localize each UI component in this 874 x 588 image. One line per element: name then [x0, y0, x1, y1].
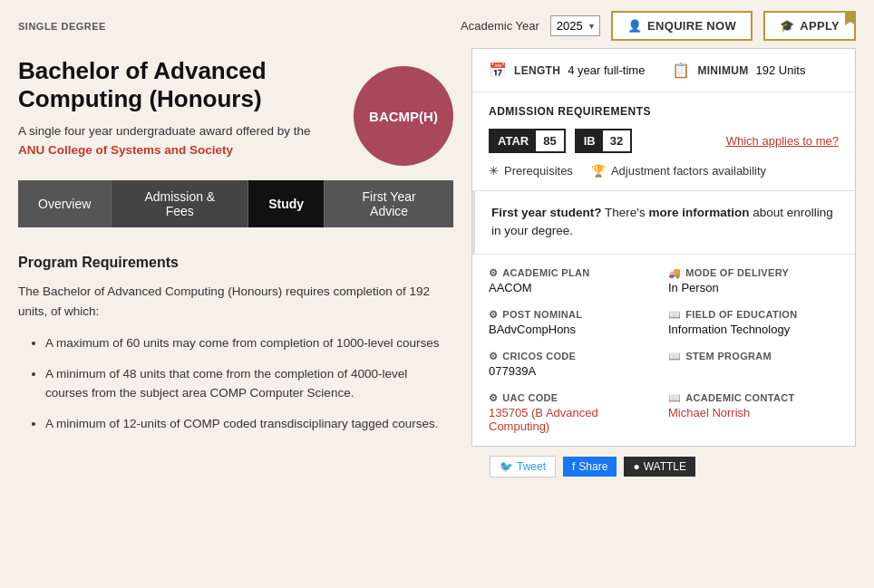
field-education-item: 📖 FIELD OF EDUCATION Information Technol…: [668, 309, 839, 336]
right-panel: 📅 LENGTH 4 year full-time 📋 MINIMUM 192 …: [471, 48, 856, 487]
academic-plan-label: ⚙ ACADEMIC PLAN: [489, 267, 659, 279]
tweet-button[interactable]: 🐦 Tweet: [490, 456, 556, 477]
length-label: LENGTH: [514, 64, 560, 77]
wattle-label: WATTLE: [644, 460, 686, 473]
top-bar-actions: Academic Year 2025 2024 2026 👤 ENQUIRE N…: [461, 11, 856, 41]
adjustment-item: 🏆 Adjustment factors availability: [591, 164, 766, 178]
asterisk-icon: ✳: [489, 164, 499, 178]
field-value: Information Technology: [668, 323, 839, 336]
social-bar: 🐦 Tweet f Share ● WATTLE: [471, 447, 856, 487]
college-link[interactable]: ANU College of Systems and Society: [18, 143, 233, 157]
mode-delivery-item: 🚚 MODE OF DELIVERY In Person: [668, 267, 839, 294]
adjustment-label: Adjustment factors availability: [611, 164, 766, 178]
academic-year-label: Academic Year: [461, 19, 539, 33]
book-icon: 📋: [672, 62, 690, 79]
degree-info: Bachelor of Advanced Computing (Honours)…: [18, 57, 335, 159]
gear-icon-2: ⚙: [489, 309, 498, 321]
share-button[interactable]: f Share: [563, 457, 617, 477]
main-content: Bachelor of Advanced Computing (Honours)…: [0, 48, 874, 505]
mode-label: 🚚 MODE OF DELIVERY: [668, 267, 839, 279]
gear-icon-3: ⚙: [489, 351, 498, 362]
list-item: A maximum of 60 units may come from comp…: [45, 333, 453, 353]
post-nominal-value: BAdvCompHons: [489, 323, 659, 336]
info-minimum: 📋 MINIMUM 192 Units: [672, 62, 805, 79]
program-requirements-list: A maximum of 60 units may come from comp…: [18, 333, 453, 433]
academic-plan-value: AACOM: [489, 281, 659, 294]
field-label-icon: 📖 FIELD OF EDUCATION: [668, 309, 839, 321]
academic-contact-item: 📖 ACADEMIC CONTACT Michael Norrish: [668, 392, 839, 433]
minimum-value: 192 Units: [755, 63, 805, 77]
tab-admission-fees[interactable]: Admission & Fees: [112, 180, 248, 227]
uac-label-icon: ⚙ UAC CODE: [489, 392, 659, 404]
book-icon-2: 📖: [668, 309, 681, 321]
tab-overview[interactable]: Overview: [18, 180, 112, 227]
bookmark-badge: [845, 11, 856, 25]
twitter-icon: 🐦: [500, 460, 513, 473]
calendar-icon: 📅: [489, 62, 507, 79]
gear-icon-1: ⚙: [489, 267, 498, 279]
tab-study[interactable]: Study: [248, 180, 325, 227]
ib-value: 32: [603, 130, 630, 151]
tab-first-year[interactable]: First Year Advice: [325, 180, 453, 227]
minimum-label: MINIMUM: [697, 64, 748, 77]
academic-year-select-wrapper[interactable]: 2025 2024 2026: [550, 15, 600, 36]
apply-button[interactable]: 🎓 APPLY: [763, 11, 856, 41]
person-icon: 👤: [627, 19, 642, 33]
academic-contact-value: Michael Norrish: [668, 406, 839, 419]
info-row-top: 📅 LENGTH 4 year full-time 📋 MINIMUM 192 …: [472, 49, 855, 92]
atar-label: ATAR: [490, 130, 536, 151]
degree-description: A single four year undergraduate award o…: [18, 122, 335, 159]
atar-value: 85: [536, 130, 563, 151]
academic-plan-item: ⚙ ACADEMIC PLAN AACOM: [489, 267, 659, 294]
graduation-icon: 🎓: [780, 19, 794, 33]
which-applies-link[interactable]: Which applies to me?: [726, 134, 839, 148]
program-section: Program Requirements The Bachelor of Adv…: [18, 246, 453, 454]
tweet-label: Tweet: [517, 460, 546, 473]
trophy-icon: 🏆: [591, 164, 606, 178]
info-length: 📅 LENGTH 4 year full-time: [489, 62, 645, 79]
enquire-button[interactable]: 👤 ENQUIRE NOW: [611, 11, 753, 41]
first-year-text1: First year student?: [491, 206, 602, 219]
truck-icon: 🚚: [668, 267, 681, 279]
list-item: A minimum of 12-units of COMP coded tran…: [45, 414, 453, 434]
facebook-icon: f: [572, 460, 575, 473]
tab-first-year-label: First Year Advice: [363, 189, 416, 218]
program-heading: Program Requirements: [18, 255, 453, 271]
academic-contact-label-icon: 📖 ACADEMIC CONTACT: [668, 392, 839, 404]
academic-contact-link[interactable]: Michael Norrish: [668, 406, 750, 419]
post-nominal-item: ⚙ POST NOMINAL BAdvCompHons: [489, 309, 659, 336]
wattle-button[interactable]: ● WATTLE: [624, 457, 695, 477]
info-card: 📅 LENGTH 4 year full-time 📋 MINIMUM 192 …: [471, 48, 856, 447]
ib-badge: IB 32: [575, 129, 632, 153]
degree-title: Bachelor of Advanced Computing (Honours): [18, 57, 335, 113]
badge-code: BACMP(H): [369, 109, 438, 124]
cricos-label-icon: ⚙ CRICOS CODE: [489, 351, 659, 362]
cricos-value: 077939A: [489, 364, 659, 378]
tab-admission-label: Admission & Fees: [144, 189, 215, 218]
atar-ib-row: ATAR 85 IB 32 Which applies to me?: [489, 129, 839, 153]
stem-program-item: 📖 STEM PROGRAM: [668, 351, 839, 378]
enquire-label: ENQUIRE NOW: [647, 19, 736, 33]
apply-label: APPLY: [800, 19, 840, 33]
atar-badge: ATAR 85: [489, 129, 566, 153]
top-bar: SINGLE DEGREE Academic Year 2025 2024 20…: [0, 0, 874, 48]
post-nominal-label-icon: ⚙ POST NOMINAL: [489, 309, 659, 321]
academic-year-select[interactable]: 2025 2024 2026: [550, 15, 600, 36]
degree-badge: BACMP(H): [354, 66, 453, 166]
book-icon-3: 📖: [668, 351, 681, 362]
ib-label: IB: [577, 130, 603, 151]
nav-tabs: Overview Admission & Fees Study First Ye…: [18, 180, 453, 227]
share-label: Share: [578, 460, 607, 473]
tab-study-label: Study: [268, 197, 304, 211]
program-description: The Bachelor of Advanced Computing (Hono…: [18, 282, 453, 321]
prereq-label: Prerequisites: [504, 164, 573, 178]
prerequisites-item: ✳ Prerequisites: [489, 164, 573, 178]
book-icon-4: 📖: [668, 392, 681, 404]
tab-overview-label: Overview: [38, 197, 91, 211]
uac-value: 135705 (B Advanced Computing): [489, 406, 659, 433]
admission-section: ADMISSION REQUIREMENTS ATAR 85 IB 32 Whi…: [472, 92, 855, 191]
cricos-item: ⚙ CRICOS CODE 077939A: [489, 351, 659, 378]
details-grid: ⚙ ACADEMIC PLAN AACOM 🚚 MODE OF DELIVERY…: [472, 255, 855, 446]
degree-type-label: SINGLE DEGREE: [18, 21, 106, 32]
uac-link[interactable]: 135705 (B Advanced Computing): [489, 406, 598, 433]
